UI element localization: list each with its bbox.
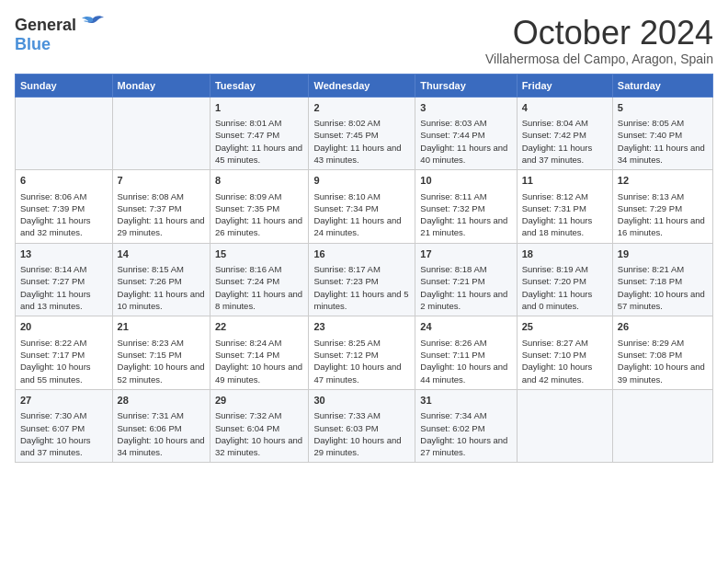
- calendar-cell: 25Sunrise: 8:27 AMSunset: 7:10 PMDayligh…: [517, 316, 612, 390]
- sunset-text: Sunset: 7:12 PM: [313, 349, 410, 361]
- daylight-text: Daylight: 11 hours and 45 minutes.: [215, 142, 304, 167]
- sunset-text: Sunset: 7:17 PM: [20, 349, 108, 361]
- calendar-cell: 31Sunrise: 7:34 AMSunset: 6:02 PMDayligh…: [415, 389, 517, 463]
- daylight-text: Daylight: 10 hours and 47 minutes.: [313, 361, 410, 385]
- sunrise-text: Sunrise: 8:10 AM: [313, 190, 410, 202]
- daylight-text: Daylight: 10 hours and 55 minutes.: [20, 361, 108, 385]
- calendar-cell: 19Sunrise: 8:21 AMSunset: 7:18 PMDayligh…: [612, 243, 712, 316]
- calendar-cell: 21Sunrise: 8:23 AMSunset: 7:15 PMDayligh…: [112, 316, 210, 390]
- calendar-cell: 14Sunrise: 8:15 AMSunset: 7:26 PMDayligh…: [112, 243, 210, 316]
- calendar-cell: 18Sunrise: 8:19 AMSunset: 7:20 PMDayligh…: [517, 243, 612, 316]
- calendar-cell: 5Sunrise: 8:05 AMSunset: 7:40 PMDaylight…: [612, 97, 712, 170]
- daylight-text: Daylight: 11 hours and 13 minutes.: [20, 288, 108, 313]
- day-number: 19: [618, 247, 708, 261]
- sunset-text: Sunset: 7:39 PM: [20, 202, 108, 214]
- calendar-cell: 24Sunrise: 8:26 AMSunset: 7:11 PMDayligh…: [415, 316, 517, 390]
- daylight-text: Daylight: 11 hours and 0 minutes.: [522, 288, 608, 313]
- sunrise-text: Sunrise: 8:06 AM: [20, 190, 108, 202]
- day-number: 27: [20, 394, 108, 408]
- calendar-cell: 6Sunrise: 8:06 AMSunset: 7:39 PMDaylight…: [16, 170, 113, 244]
- sunrise-text: Sunrise: 8:08 AM: [118, 190, 205, 202]
- calendar-cell: 22Sunrise: 8:24 AMSunset: 7:14 PMDayligh…: [210, 316, 309, 390]
- calendar-cell: 23Sunrise: 8:25 AMSunset: 7:12 PMDayligh…: [309, 316, 415, 390]
- calendar-cell: 28Sunrise: 7:31 AMSunset: 6:06 PMDayligh…: [112, 389, 210, 463]
- daylight-text: Daylight: 11 hours and 37 minutes.: [522, 142, 608, 167]
- sunrise-text: Sunrise: 8:16 AM: [215, 263, 304, 275]
- day-number: 20: [20, 320, 108, 334]
- header-tuesday: Tuesday: [210, 74, 309, 97]
- sunset-text: Sunset: 7:34 PM: [313, 202, 410, 214]
- calendar-cell: 26Sunrise: 8:29 AMSunset: 7:08 PMDayligh…: [612, 316, 712, 390]
- sunset-text: Sunset: 7:11 PM: [420, 349, 511, 361]
- calendar-cell: 10Sunrise: 8:11 AMSunset: 7:32 PMDayligh…: [415, 170, 517, 244]
- title-block: October 2024 Villahermosa del Campo, Ara…: [485, 15, 713, 66]
- sunrise-text: Sunrise: 7:30 AM: [20, 409, 108, 421]
- logo-bird-icon: [80, 15, 106, 35]
- sunrise-text: Sunrise: 8:11 AM: [420, 190, 511, 202]
- sunrise-text: Sunrise: 7:31 AM: [118, 409, 205, 421]
- sunrise-text: Sunrise: 8:29 AM: [618, 337, 708, 349]
- day-number: 5: [618, 101, 708, 115]
- location-subtitle: Villahermosa del Campo, Aragon, Spain: [485, 52, 713, 66]
- daylight-text: Daylight: 11 hours and 26 minutes.: [215, 214, 304, 239]
- header-row: SundayMondayTuesdayWednesdayThursdayFrid…: [16, 74, 713, 97]
- calendar-table: SundayMondayTuesdayWednesdayThursdayFrid…: [15, 74, 713, 464]
- calendar-cell: 1Sunrise: 8:01 AMSunset: 7:47 PMDaylight…: [210, 97, 309, 170]
- daylight-text: Daylight: 11 hours and 5 minutes.: [313, 288, 410, 313]
- day-number: 23: [313, 320, 410, 334]
- calendar-cell: 9Sunrise: 8:10 AMSunset: 7:34 PMDaylight…: [309, 170, 415, 244]
- sunrise-text: Sunrise: 8:03 AM: [420, 117, 511, 129]
- daylight-text: Daylight: 10 hours and 44 minutes.: [420, 361, 511, 385]
- day-number: 16: [313, 247, 410, 261]
- sunrise-text: Sunrise: 8:26 AM: [420, 337, 511, 349]
- calendar-cell: 17Sunrise: 8:18 AMSunset: 7:21 PMDayligh…: [415, 243, 517, 316]
- logo-general: General: [15, 16, 76, 35]
- sunset-text: Sunset: 7:08 PM: [618, 349, 708, 361]
- logo: General Blue: [15, 15, 106, 54]
- day-number: 18: [522, 247, 608, 261]
- calendar-cell: 12Sunrise: 8:13 AMSunset: 7:29 PMDayligh…: [612, 170, 712, 244]
- day-number: 12: [618, 174, 708, 188]
- sunset-text: Sunset: 6:04 PM: [215, 422, 304, 434]
- calendar-cell: 30Sunrise: 7:33 AMSunset: 6:03 PMDayligh…: [309, 389, 415, 463]
- sunrise-text: Sunrise: 8:14 AM: [20, 263, 108, 275]
- daylight-text: Daylight: 11 hours and 10 minutes.: [118, 288, 205, 313]
- calendar-cell: 11Sunrise: 8:12 AMSunset: 7:31 PMDayligh…: [517, 170, 612, 244]
- day-number: 29: [215, 394, 304, 408]
- day-number: 10: [420, 174, 511, 188]
- sunset-text: Sunset: 7:26 PM: [118, 275, 205, 287]
- header-thursday: Thursday: [415, 74, 517, 97]
- header-monday: Monday: [112, 74, 210, 97]
- sunset-text: Sunset: 7:32 PM: [420, 202, 511, 214]
- sunset-text: Sunset: 7:27 PM: [20, 275, 108, 287]
- day-number: 15: [215, 247, 304, 261]
- sunrise-text: Sunrise: 8:05 AM: [618, 117, 708, 129]
- daylight-text: Daylight: 10 hours and 52 minutes.: [118, 361, 205, 385]
- sunset-text: Sunset: 6:07 PM: [20, 422, 108, 434]
- calendar-cell: [517, 389, 612, 463]
- sunrise-text: Sunrise: 8:17 AM: [313, 263, 410, 275]
- daylight-text: Daylight: 10 hours and 39 minutes.: [618, 361, 708, 385]
- calendar-cell: 29Sunrise: 7:32 AMSunset: 6:04 PMDayligh…: [210, 389, 309, 463]
- day-number: 3: [420, 101, 511, 115]
- sunrise-text: Sunrise: 8:01 AM: [215, 117, 304, 129]
- day-number: 14: [118, 247, 205, 261]
- day-number: 31: [420, 394, 511, 408]
- day-number: 1: [215, 101, 304, 115]
- day-number: 26: [618, 320, 708, 334]
- header-friday: Friday: [517, 74, 612, 97]
- logo-blue: Blue: [15, 35, 51, 53]
- sunrise-text: Sunrise: 8:23 AM: [118, 337, 205, 349]
- month-title: October 2024: [485, 15, 713, 52]
- daylight-text: Daylight: 11 hours and 8 minutes.: [215, 288, 304, 313]
- daylight-text: Daylight: 10 hours and 29 minutes.: [313, 434, 410, 459]
- sunset-text: Sunset: 7:21 PM: [420, 275, 511, 287]
- header-wednesday: Wednesday: [309, 74, 415, 97]
- day-number: 21: [118, 320, 205, 334]
- daylight-text: Daylight: 10 hours and 49 minutes.: [215, 361, 304, 385]
- sunrise-text: Sunrise: 8:19 AM: [522, 263, 608, 275]
- day-number: 4: [522, 101, 608, 115]
- sunset-text: Sunset: 7:24 PM: [215, 275, 304, 287]
- header-saturday: Saturday: [612, 74, 712, 97]
- calendar-cell: 13Sunrise: 8:14 AMSunset: 7:27 PMDayligh…: [16, 243, 113, 316]
